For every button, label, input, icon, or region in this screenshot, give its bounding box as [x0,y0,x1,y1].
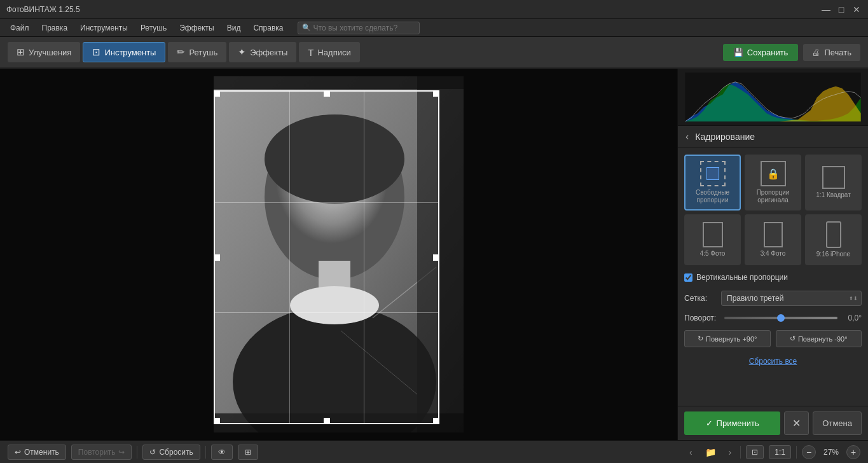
rotate-buttons: ↻ Повернуть +90° ↺ Повернуть -90° [684,330,862,347]
toolbar-tabs: ⊞ Улучшения ⊡ Инструменты ✏ Ретушь ✦ Эфф… [8,42,360,62]
menu-view[interactable]: Вид [222,22,246,34]
crop-overlay[interactable] [214,90,439,424]
zoom-level: 27% [821,448,841,457]
rotate-ccw-button[interactable]: ↺ Повернуть -90° [776,330,862,347]
panel-footer: ✓ Применить ✕ Отмена [678,406,868,440]
statusbar-left: ↩ Отменить Повторить ↪ ↺ Сбросить 👁 ⊞ [8,445,258,460]
crop-mode-iphone[interactable]: 9:16 iPhone [805,214,862,265]
crop-handle-top-right[interactable] [433,90,439,97]
menu-edit[interactable]: Правка [37,22,73,34]
tab-tools[interactable]: ⊡ Инструменты [83,42,165,62]
crop-modes-grid: Свободныепропорции 🔒 Пропорцииоригинала … [684,155,862,265]
tab-improvements[interactable]: ⊞ Улучшения [8,42,80,62]
toolbar-actions: 💾 Сохранить 🖨 Печать [723,44,860,61]
zoom-fit-button[interactable]: ⊡ [746,445,764,459]
rotation-label: Поворот: [684,314,719,322]
crop-mode-free[interactable]: Свободныепропорции [684,155,741,211]
apply-button[interactable]: ✓ Применить [684,411,780,435]
rotate-cw-icon: ↻ [698,335,703,343]
close-button[interactable]: ✕ [851,4,862,15]
tab-retouch[interactable]: ✏ Ретушь [168,42,226,62]
crop-mode-photo45-label: 4:5 Фото [700,250,726,258]
print-icon: 🖨 [812,48,820,57]
nav-folder-button[interactable]: 📁 [701,446,720,459]
search-box[interactable]: 🔍 [298,22,420,34]
tools-icon: ⊡ [92,46,100,58]
cancel-button[interactable]: Отмена [813,411,862,435]
crop-handle-top-left[interactable] [214,90,220,97]
cancel-x-button[interactable]: ✕ [784,411,809,435]
menubar: Файл Правка Инструменты Ретушь Эффекты В… [0,19,868,37]
menu-retouch[interactable]: Ретушь [135,22,172,34]
zoom-in-button[interactable]: + [846,445,860,459]
reset-all-link[interactable]: Сбросить все [749,357,797,366]
photo-container [214,76,464,432]
print-button[interactable]: 🖨 Печать [803,44,860,61]
crop-handle-mid-left[interactable] [214,254,220,261]
crop-mode-photo45[interactable]: 4:5 Фото [684,214,741,265]
toolbar: ⊞ Улучшения ⊡ Инструменты ✏ Ретушь ✦ Эфф… [0,37,868,69]
nav-next-button[interactable]: › [725,446,736,459]
separator-4 [796,446,797,459]
rotation-thumb[interactable] [777,314,785,322]
menu-effects[interactable]: Эффекты [174,22,219,34]
grid-selector-row: Сетка: Нет Правило третей Сетка Диагонал… [684,291,862,306]
zoom-1to1-button[interactable]: 1:1 [769,445,791,459]
crop-mode-photo34-label: 3:4 Фото [761,250,786,258]
statusbar-right: ‹ 📁 › ⊡ 1:1 − 27% + [685,445,860,459]
tab-effects[interactable]: ✦ Эффекты [229,42,296,62]
crop-mode-square[interactable]: 1:1 Квадрат [805,155,862,211]
rotate-cw-button[interactable]: ↻ Повернуть +90° [684,330,771,347]
panel-back-button[interactable]: ‹ [685,131,689,142]
vertical-proportions-checkbox[interactable] [684,273,692,282]
save-button[interactable]: 💾 Сохранить [723,44,799,61]
crop-grid-horizontal [215,92,438,423]
minimize-button[interactable]: — [821,4,831,15]
rotation-row: Поворот: 0,0° [684,314,862,322]
retouch-icon: ✏ [177,46,185,58]
tab-labels[interactable]: T Надписи [299,42,359,62]
canvas-area[interactable] [0,69,677,440]
crop-mode-iphone-label: 9:16 iPhone [816,251,850,258]
grid-label: Сетка: [684,294,716,303]
eye-icon: 👁 [218,448,226,457]
crop-handle-bottom-center[interactable] [324,418,330,424]
menu-tools[interactable]: Инструменты [75,22,133,34]
undo-button[interactable]: ↩ Отменить [8,445,66,460]
redo-button[interactable]: Повторить ↪ [71,445,132,460]
menu-file[interactable]: Файл [5,22,34,34]
separator-1 [137,446,137,459]
main-area: ‹ Кадрирование Свободныепропорции 🔒 [0,69,868,440]
redo-icon: ↪ [118,448,125,457]
crop-handle-bottom-right[interactable] [433,418,439,424]
crop-mode-original[interactable]: 🔒 Пропорцииоригинала [745,155,801,211]
zoom-out-button[interactable]: − [802,445,816,459]
app-title: ФотоВИНТАЖ 1.25.5 [6,5,80,14]
eye-button[interactable]: 👁 [211,445,233,460]
grid-select[interactable]: Нет Правило третей Сетка Диагональ Треуг… [721,291,862,306]
improvements-icon: ⊞ [17,46,25,58]
crop-mode-original-label: Пропорцииоригинала [757,189,790,204]
titlebar: ФотоВИНТАЖ 1.25.5 — □ ✕ [0,0,868,19]
reset-button[interactable]: ↺ Сбросить [142,445,200,460]
vertical-proportions-label[interactable]: Вертикальные пропорции [696,273,788,282]
maximize-button[interactable]: □ [836,4,846,15]
histogram [678,69,868,126]
separator-2 [205,446,206,459]
vertical-proportions-row: Вертикальные пропорции [684,272,862,283]
crop-handle-bottom-left[interactable] [214,418,220,424]
search-icon: 🔍 [302,24,311,32]
crop-handle-mid-right[interactable] [433,254,439,261]
search-input[interactable] [313,24,415,32]
rotation-slider[interactable] [724,317,837,319]
menu-help[interactable]: Справка [248,22,288,34]
crop-handle-top-center[interactable] [324,90,330,97]
crop-mode-photo34[interactable]: 3:4 Фото [745,214,801,265]
nav-prev-button[interactable]: ‹ [685,446,696,459]
compare-button[interactable]: ⊞ [238,445,258,460]
apply-check-icon: ✓ [706,418,713,428]
rotate-ccw-icon: ↺ [790,335,796,343]
histogram-chart [682,73,864,121]
undo-icon: ↩ [15,448,21,457]
separator-3 [740,446,741,459]
